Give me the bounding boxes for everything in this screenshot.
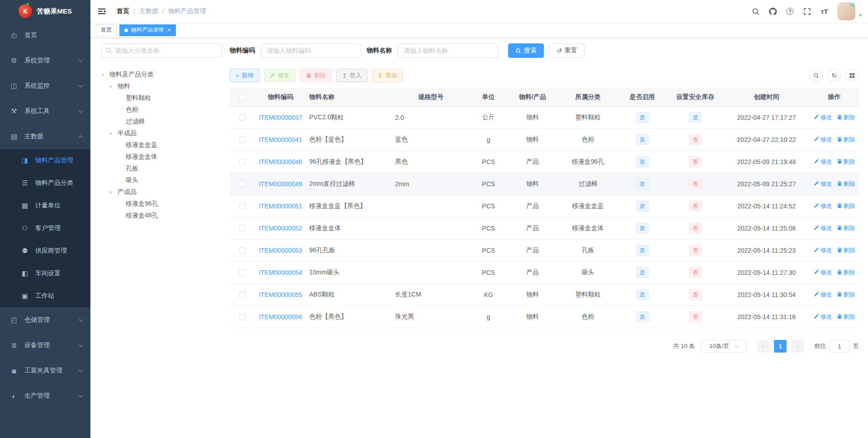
font-size-icon[interactable]: тT — [816, 2, 832, 20]
material-code-link[interactable]: ITEM00000055 — [259, 291, 302, 298]
prev-page-button[interactable]: ‹ — [757, 340, 769, 353]
fullscreen-icon[interactable] — [799, 2, 815, 20]
search-button[interactable]: 搜索 — [508, 43, 544, 58]
tree-node[interactable]: 孔板 — [101, 163, 222, 174]
tree-node[interactable]: ▾ 物料 — [101, 80, 222, 92]
delete-link[interactable]: 删除 — [837, 224, 855, 232]
sidebar-subitem[interactable]: ⚉ 供应商管理 — [0, 240, 90, 262]
delete-link[interactable]: 删除 — [837, 313, 855, 321]
material-code-link[interactable]: ITEM00000037 — [259, 114, 302, 121]
help-icon[interactable]: ? — [782, 2, 797, 20]
grid-icon[interactable] — [845, 69, 859, 82]
row-checkbox[interactable] — [239, 203, 245, 209]
github-icon[interactable] — [765, 2, 780, 20]
delete-link[interactable]: 删除 — [837, 158, 855, 166]
delete-link[interactable]: 删除 — [837, 291, 855, 299]
tab-active[interactable]: 物料产品管理 × — [119, 24, 176, 36]
tree-node[interactable]: 塑料颗粒 — [101, 92, 222, 104]
sidebar-item[interactable]: ◙ 工装夹具管理 — [0, 358, 90, 383]
sidebar-item[interactable]: ◐ 生产管理 — [0, 383, 90, 409]
tree-node[interactable]: ▾ 产成品 — [101, 186, 222, 198]
edit-link[interactable]: 修改 — [814, 291, 832, 299]
edit-link[interactable]: 修改 — [814, 246, 832, 254]
current-page-button[interactable]: 1 — [774, 340, 787, 353]
sidebar-subitem[interactable]: ◧ 车间设置 — [0, 262, 90, 285]
edit-link[interactable]: 修改 — [814, 224, 832, 232]
edit-link[interactable]: 修改 — [814, 180, 832, 188]
next-page-button[interactable]: › — [791, 340, 804, 353]
user-avatar[interactable] — [837, 2, 855, 20]
edit-link[interactable]: 修改 — [814, 268, 832, 277]
row-checkbox[interactable] — [239, 114, 245, 121]
tree-node[interactable]: 移液盒48孔 — [101, 210, 222, 221]
search-icon[interactable] — [809, 69, 823, 82]
sidebar-item[interactable]: ⚒ 系统工具 — [0, 99, 90, 124]
hamburger-icon[interactable] — [90, 7, 113, 15]
row-checkbox[interactable] — [239, 292, 245, 298]
row-checkbox[interactable] — [239, 247, 245, 254]
sidebar-item[interactable]: ▤ 主数据 — [0, 124, 90, 149]
tree-node[interactable]: ▾ 半成品 — [101, 127, 222, 139]
material-code-link[interactable]: ITEM00000051 — [259, 203, 302, 210]
edit-link[interactable]: 修改 — [814, 313, 832, 321]
sidebar-subitem[interactable]: ⚇ 客户管理 — [0, 217, 90, 240]
select-all-checkbox[interactable] — [239, 94, 245, 100]
row-checkbox[interactable] — [239, 181, 245, 187]
tree-node[interactable]: ▾ 物料及产品分类 — [101, 69, 222, 80]
delete-link[interactable]: 删除 — [837, 268, 855, 277]
code-filter-input[interactable] — [261, 43, 361, 58]
sidebar-item[interactable]: ◫ 系统监控 — [0, 73, 90, 99]
row-checkbox[interactable] — [239, 159, 245, 165]
material-code-link[interactable]: ITEM00000041 — [259, 136, 302, 143]
sidebar-subitem[interactable]: ▦ 计量单位 — [0, 194, 90, 217]
refresh-icon[interactable]: ↻ — [827, 69, 841, 82]
breadcrumb-item[interactable]: 首页 — [117, 7, 129, 15]
material-code-link[interactable]: ITEM00000053 — [259, 247, 302, 254]
tab-item[interactable]: 首页 — [96, 24, 117, 36]
edit-link[interactable]: 修改 — [814, 113, 832, 122]
sidebar-subitem[interactable]: ◨ 物料产品管理 — [0, 149, 90, 172]
delete-link[interactable]: 删除 — [837, 136, 855, 144]
row-checkbox[interactable] — [239, 225, 245, 231]
category-search-input[interactable] — [101, 43, 222, 58]
material-code-link[interactable]: ITEM00000052 — [259, 225, 302, 232]
material-code-link[interactable]: ITEM00000049 — [259, 180, 302, 188]
sidebar-item[interactable]: ◴ 首页 — [0, 23, 90, 48]
add-button[interactable]: + 新增 — [230, 69, 259, 82]
tree-node[interactable]: 色粉 — [101, 104, 222, 116]
reset-button[interactable]: ↺ 重置 — [549, 43, 585, 58]
material-code-link[interactable]: ITEM00000054 — [259, 269, 302, 276]
delete-button[interactable]: 删除 — [300, 69, 332, 82]
tree-node[interactable]: 吸头 — [101, 174, 222, 186]
delete-link[interactable]: 删除 — [837, 202, 855, 210]
sidebar-item[interactable]: ◰ 仓储管理 — [0, 307, 90, 333]
sidebar-subitem[interactable]: ☰ 物料产品分类 — [0, 172, 90, 194]
edit-link[interactable]: 修改 — [814, 202, 832, 210]
tree-node[interactable]: 移液盒盒盖 — [101, 139, 222, 151]
row-checkbox[interactable] — [239, 137, 245, 143]
edit-button[interactable]: 修改 — [264, 69, 296, 82]
import-button[interactable]: ↥ 导入 — [336, 69, 368, 82]
tree-node[interactable]: 过滤棉 — [101, 116, 222, 127]
sidebar-item[interactable]: ≣ 设备管理 — [0, 333, 90, 358]
search-icon[interactable] — [748, 2, 763, 20]
material-code-link[interactable]: ITEM00000056 — [259, 313, 302, 320]
delete-link[interactable]: 删除 — [837, 113, 855, 122]
material-code-link[interactable]: ITEM00000046 — [259, 158, 302, 165]
delete-link[interactable]: 删除 — [837, 180, 855, 188]
close-icon[interactable]: × — [167, 27, 171, 33]
sidebar-subitem[interactable]: ▣ 工作站 — [0, 285, 90, 307]
user-dropdown-caret-icon[interactable]: ▾ — [859, 12, 862, 18]
export-button[interactable]: ↧ 导出 — [372, 69, 403, 82]
goto-page-input[interactable] — [830, 340, 849, 353]
tree-node[interactable]: 移液盒96孔 — [101, 198, 222, 210]
sidebar-item[interactable]: ⚙ 系统管理 — [0, 48, 90, 73]
name-filter-input[interactable] — [398, 43, 498, 58]
row-checkbox[interactable] — [239, 314, 245, 320]
edit-link[interactable]: 修改 — [814, 136, 832, 144]
row-checkbox[interactable] — [239, 269, 245, 276]
tree-node[interactable]: 移液盒盒体 — [101, 151, 222, 163]
edit-link[interactable]: 修改 — [814, 158, 832, 166]
page-size-select[interactable]: 10条/页 — [701, 340, 746, 353]
delete-link[interactable]: 删除 — [837, 246, 855, 254]
